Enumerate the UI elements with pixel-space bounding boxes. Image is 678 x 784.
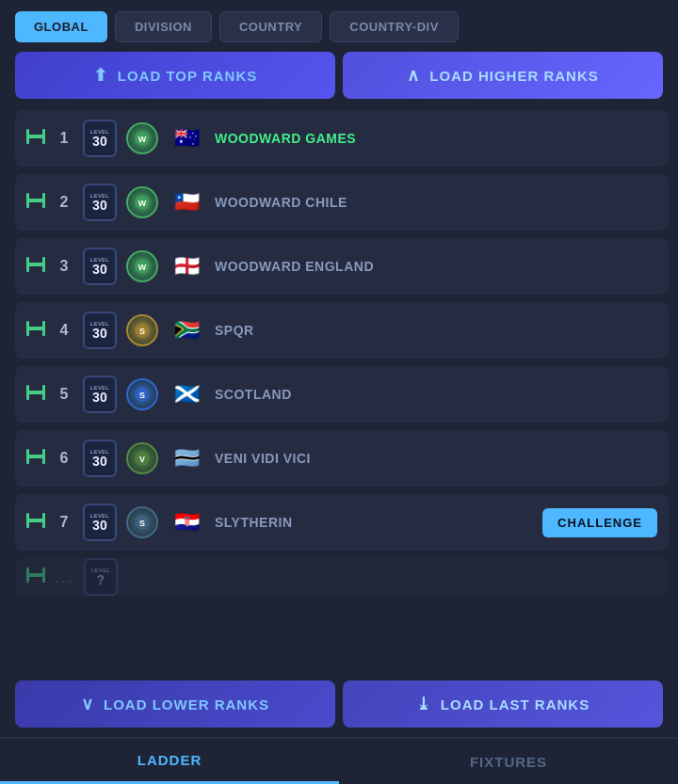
- grid-icon: [26, 385, 45, 404]
- table-row: 4LEVEL30S🇿🇦SPQR: [15, 302, 669, 359]
- load-higher-ranks-button[interactable]: ∧ LOAD HIGHER RANKS: [343, 52, 663, 99]
- team-logo: S: [126, 378, 158, 410]
- table-row: 7LEVEL30S🇭🇷SLYTHERINCHALLENGE: [15, 494, 669, 551]
- load-top-label: LOAD TOP RANKS: [118, 68, 257, 84]
- level-badge: LEVEL30: [83, 312, 117, 349]
- rank-number: 5: [55, 386, 73, 403]
- app-container: GLOBAL DIVISION COUNTRY COUNTRY-DIV ⬆ LO…: [0, 0, 678, 784]
- level-badge: LEVEL30: [83, 504, 117, 541]
- team-name: SCOTLAND: [215, 387, 657, 402]
- rank-number: 2: [55, 194, 73, 211]
- tab-division[interactable]: DIVISION: [115, 11, 212, 42]
- country-flag: 🇧🇼: [168, 445, 205, 472]
- team-logo: S: [126, 506, 158, 538]
- svg-rect-32: [26, 519, 45, 522]
- level-badge: LEVEL30: [83, 120, 117, 157]
- challenge-button[interactable]: CHALLENGE: [542, 508, 657, 537]
- tab-global[interactable]: GLOBAL: [15, 11, 107, 42]
- rank-list: 1LEVEL30W🇦🇺WOODWARD GAMES 2LEVEL30W🇨🇱WOO…: [0, 110, 678, 671]
- svg-rect-2: [26, 135, 45, 138]
- load-last-label: LOAD LAST RANKS: [441, 696, 589, 712]
- table-row: 2LEVEL30W🇨🇱WOODWARD CHILE: [15, 174, 669, 231]
- level-badge: LEVEL30: [83, 440, 117, 477]
- grid-icon: [26, 321, 45, 340]
- rank-number: 1: [55, 130, 73, 147]
- tab-fixtures[interactable]: FIXTURES: [339, 739, 678, 784]
- svg-text:S: S: [139, 519, 145, 528]
- svg-text:S: S: [139, 327, 145, 336]
- team-logo: W: [126, 186, 158, 218]
- team-name: VENI VIDI VICI: [215, 451, 657, 466]
- level-badge: LEVEL30: [83, 248, 117, 285]
- tab-bar: GLOBAL DIVISION COUNTRY COUNTRY-DIV: [0, 0, 678, 52]
- table-row: 5LEVEL30S🏴󠁧󠁢󠁳󠁣󠁴󠁿SCOTLAND: [15, 366, 669, 423]
- team-name: WOODWARD ENGLAND: [215, 259, 657, 274]
- svg-text:S: S: [139, 391, 145, 400]
- load-higher-icon: ∧: [407, 65, 420, 86]
- country-flag: 🇿🇦: [168, 317, 205, 344]
- tab-country-div[interactable]: COUNTRY-DIV: [330, 11, 459, 42]
- country-flag: 🇨🇱: [168, 189, 205, 216]
- team-logo: W: [126, 122, 158, 154]
- grid-icon: [26, 129, 45, 148]
- team-logo: W: [126, 250, 158, 282]
- level-badge: LEVEL?: [84, 558, 118, 596]
- svg-text:W: W: [138, 199, 147, 208]
- tab-ladder[interactable]: LADDER: [0, 739, 339, 784]
- team-name: SPQR: [215, 323, 657, 338]
- country-flag: 🏴󠁧󠁢󠁳󠁣󠁴󠁿: [168, 381, 205, 408]
- country-flag: 🇦🇺: [168, 125, 205, 152]
- load-lower-label: LOAD LOWER RANKS: [104, 696, 269, 712]
- load-last-icon: ⤓: [416, 694, 431, 714]
- load-higher-label: LOAD HIGHER RANKS: [429, 68, 599, 84]
- load-top-icon: ⬆: [93, 65, 108, 86]
- load-top-ranks-button[interactable]: ⬆ LOAD TOP RANKS: [15, 52, 335, 99]
- svg-text:V: V: [139, 455, 145, 464]
- svg-text:W: W: [138, 263, 147, 272]
- team-name: SLYTHERIN: [215, 515, 533, 530]
- table-row-partial: ...LEVEL?: [15, 558, 669, 596]
- team-logo: V: [126, 442, 158, 474]
- tab-country[interactable]: COUNTRY: [219, 11, 322, 42]
- grid-icon: [26, 449, 45, 468]
- table-row: 1LEVEL30W🇦🇺WOODWARD GAMES: [15, 110, 669, 167]
- loading-dots: ...: [55, 568, 74, 587]
- grid-icon: [26, 193, 45, 212]
- team-name: WOODWARD GAMES: [215, 131, 657, 146]
- level-badge: LEVEL30: [83, 184, 117, 221]
- country-flag: 🇭🇷: [168, 509, 205, 536]
- rank-number: 4: [55, 322, 73, 339]
- level-badge: LEVEL30: [83, 376, 117, 413]
- rank-number: 3: [55, 258, 73, 275]
- grid-icon: [26, 513, 45, 532]
- load-lower-icon: ∨: [81, 694, 94, 714]
- svg-rect-12: [26, 263, 45, 266]
- rank-number: 7: [55, 514, 73, 531]
- grid-icon: [26, 257, 45, 276]
- team-name: WOODWARD CHILE: [215, 195, 657, 210]
- rank-number: 6: [55, 450, 73, 467]
- team-logo: S: [126, 314, 158, 346]
- svg-text:W: W: [138, 135, 147, 144]
- svg-rect-22: [26, 391, 45, 394]
- table-row: 3LEVEL30W🏴󠁧󠁢󠁥󠁮󠁧󠁿WOODWARD ENGLAND: [15, 238, 669, 295]
- country-flag: 🏴󠁧󠁢󠁥󠁮󠁧󠁿: [168, 253, 205, 280]
- load-lower-ranks-button[interactable]: ∨ LOAD LOWER RANKS: [15, 680, 335, 728]
- bottom-row: ∨ LOAD LOWER RANKS ⤓ LOAD LAST RANKS: [0, 671, 678, 737]
- svg-rect-7: [26, 199, 45, 202]
- table-row: 6LEVEL30V🇧🇼VENI VIDI VICI: [15, 430, 669, 487]
- svg-rect-37: [26, 573, 45, 577]
- grid-icon: [26, 568, 45, 586]
- load-last-ranks-button[interactable]: ⤓ LOAD LAST RANKS: [343, 680, 663, 728]
- svg-rect-27: [26, 455, 45, 458]
- bottom-tab-bar: LADDER FIXTURES: [0, 737, 678, 784]
- svg-rect-17: [26, 327, 45, 330]
- action-row: ⬆ LOAD TOP RANKS ∧ LOAD HIGHER RANKS: [0, 52, 678, 110]
